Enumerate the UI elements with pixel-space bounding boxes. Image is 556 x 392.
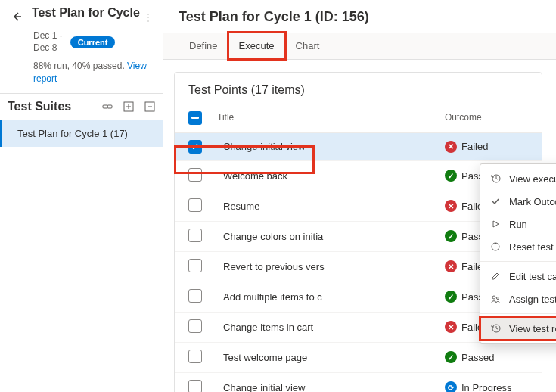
menu-separator	[480, 313, 556, 314]
status-icon: ✕	[445, 200, 457, 212]
tab-define[interactable]: Define	[179, 33, 228, 59]
more-menu-button[interactable]: ⋮	[140, 6, 155, 27]
table-row[interactable]: Test welcome page✓Passed	[175, 343, 542, 373]
assign-icon	[489, 293, 502, 305]
row-checkbox[interactable]	[188, 259, 202, 272]
back-button[interactable]	[6, 6, 27, 27]
link-icon[interactable]	[102, 101, 113, 112]
menu-separator	[480, 261, 556, 262]
table-row[interactable]: Change initial view✕Failed	[175, 133, 542, 161]
row-title: Change initial view	[213, 141, 445, 152]
suite-item[interactable]: Test Plan for Cycle 1 (17)	[0, 120, 163, 147]
sidebar: Test Plan for Cycle ⋮ Dec 1 - Dec 8 Curr…	[0, 0, 163, 392]
row-checkbox[interactable]	[188, 229, 202, 242]
svg-rect-2	[107, 105, 112, 108]
row-checkbox[interactable]	[188, 350, 202, 363]
main-panel: Test Plan for Cycle 1 (ID: 156) Define E…	[163, 0, 556, 392]
current-badge: Current	[70, 36, 116, 48]
status-icon: ✕	[445, 141, 457, 153]
row-title: Add multiple items to c	[213, 291, 445, 303]
history-icon	[489, 322, 502, 334]
test-suites-heading: Test Suites	[8, 100, 102, 114]
status-icon: ✕	[445, 321, 457, 333]
menu-item-run[interactable]: Run›	[480, 213, 556, 235]
menu-item-assign-tester[interactable]: Assign tester›	[480, 288, 556, 310]
edit-icon	[489, 270, 502, 282]
reset-icon	[489, 241, 502, 253]
row-title: Welcome back	[213, 170, 445, 182]
svg-point-9	[492, 243, 499, 250]
collapse-icon[interactable]	[144, 101, 155, 112]
run-stats: 88% run, 40% passed. View report	[33, 60, 155, 86]
row-title: Change colors on initia	[213, 231, 445, 242]
status-icon: ⟳	[445, 381, 457, 392]
table-header: Title Outcome	[175, 106, 542, 133]
context-menu: View execution historyMark Outcome›Run›R…	[480, 163, 556, 344]
status-icon: ✓	[445, 291, 457, 303]
menu-item-edit-test-case[interactable]: Edit test case	[480, 265, 556, 288]
row-checkbox[interactable]	[188, 140, 202, 154]
status-icon: ✓	[445, 170, 457, 182]
column-outcome[interactable]: Outcome	[445, 112, 528, 123]
play-icon	[489, 218, 502, 230]
menu-label: Run	[509, 219, 556, 230]
menu-item-reset-test-to-active[interactable]: Reset test to active	[480, 235, 556, 258]
tab-execute[interactable]: Execute	[228, 33, 285, 59]
row-title: Revert to previous vers	[213, 261, 445, 272]
status-icon: ✓	[445, 230, 457, 242]
menu-item-mark-outcome[interactable]: Mark Outcome›	[480, 190, 556, 213]
row-outcome: ✕Failed	[445, 141, 528, 153]
row-outcome: ⟳In Progress	[445, 381, 528, 392]
status-icon: ✕	[445, 260, 457, 272]
menu-label: Assign tester	[509, 294, 556, 305]
add-icon[interactable]	[123, 101, 134, 112]
menu-label: View execution history	[509, 173, 556, 185]
page-title: Test Plan for Cycle 1 (ID: 156)	[163, 0, 556, 33]
menu-label: Reset test to active	[509, 241, 556, 253]
svg-point-10	[492, 296, 495, 299]
row-title: Resume	[213, 201, 445, 212]
row-checkbox[interactable]	[188, 319, 202, 333]
status-icon: ✓	[445, 351, 457, 363]
row-title: Test welcome page	[213, 352, 445, 363]
row-outcome: ✓Passed	[445, 351, 528, 363]
table-row[interactable]: Change initial view⟳In Progress	[175, 373, 542, 393]
row-title: Change initial view	[213, 382, 445, 393]
row-title: Change items in cart	[213, 322, 445, 333]
row-checkbox[interactable]	[188, 168, 202, 182]
row-checkbox[interactable]	[188, 380, 202, 393]
menu-label: Mark Outcome	[509, 196, 556, 207]
select-all-checkbox[interactable]	[188, 111, 202, 125]
test-points-title: Test Points (17 items)	[175, 73, 542, 106]
date-range: Dec 1 - Dec 8	[33, 30, 63, 54]
svg-point-11	[497, 297, 499, 300]
row-checkbox[interactable]	[188, 198, 202, 212]
tab-chart[interactable]: Chart	[285, 33, 331, 59]
menu-item-view-execution-history[interactable]: View execution history	[480, 167, 556, 190]
history-icon	[489, 173, 502, 185]
menu-item-view-test-result[interactable]: View test result	[480, 317, 556, 340]
column-title[interactable]: Title	[213, 112, 445, 123]
menu-label: View test result	[509, 323, 556, 334]
menu-label: Edit test case	[509, 271, 556, 282]
svg-rect-1	[103, 105, 107, 108]
row-checkbox[interactable]	[188, 289, 202, 303]
check-icon	[489, 195, 502, 207]
tab-bar: Define Execute Chart	[163, 33, 556, 60]
sidebar-title: Test Plan for Cycle	[32, 6, 140, 20]
